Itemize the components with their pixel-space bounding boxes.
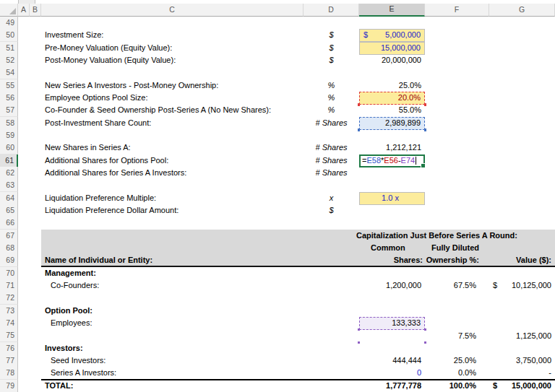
row-header-69[interactable]: 69 bbox=[0, 254, 18, 267]
cell-F71[interactable]: 67.5% bbox=[425, 279, 489, 292]
cell-E79[interactable]: 1,777,778 bbox=[359, 380, 425, 392]
cell-C60[interactable]: New Shares in Series A: bbox=[18, 141, 304, 154]
row-header-49[interactable]: 49 bbox=[0, 17, 18, 30]
row-header-72[interactable]: 72 bbox=[0, 292, 18, 305]
row-header-71[interactable]: 71 bbox=[0, 279, 18, 292]
column-header-G[interactable]: G bbox=[489, 4, 555, 17]
cell-E74-referenced[interactable]: 133,333 bbox=[359, 317, 425, 330]
row-header-65[interactable]: 65 bbox=[0, 204, 18, 217]
ref-corner-handle[interactable] bbox=[358, 129, 360, 131]
cell-C78[interactable]: Series A Investors: bbox=[18, 367, 304, 380]
row-header-63[interactable]: 63 bbox=[0, 179, 18, 192]
column-header-D[interactable]: D bbox=[304, 4, 359, 17]
cell-C65[interactable]: Liquidation Preference Dollar Amount: bbox=[18, 204, 304, 217]
cell-C56[interactable]: Employee Options Pool Size: bbox=[18, 92, 304, 105]
cell-C55[interactable]: New Series A Investors - Post-Money Owne… bbox=[18, 79, 304, 92]
cell-F77[interactable]: 25.0% bbox=[425, 354, 489, 367]
cell-D65[interactable]: $ bbox=[304, 204, 359, 217]
column-header-F[interactable]: F bbox=[425, 4, 489, 17]
cell-C62[interactable]: Additional Shares for Series A Investors… bbox=[18, 167, 304, 180]
cell-C77[interactable]: Seed Investors: bbox=[18, 354, 304, 367]
row-header-61-selected[interactable]: 61 bbox=[0, 154, 18, 167]
cell-E77[interactable]: 444,444 bbox=[359, 354, 425, 367]
cell-C73[interactable]: Option Pool: bbox=[18, 305, 304, 318]
row-header-64[interactable]: 64 bbox=[0, 192, 18, 205]
cell-D62[interactable]: # Shares bbox=[304, 167, 359, 180]
row-header-54[interactable]: 54 bbox=[0, 66, 18, 79]
column-header-E-selected[interactable]: E bbox=[359, 4, 425, 17]
cell-C52[interactable]: Post-Money Valuation (Equity Value): bbox=[18, 54, 304, 67]
row-header-59[interactable]: 59 bbox=[0, 129, 18, 142]
cell-E51-input[interactable]: 15,000,000 bbox=[359, 42, 425, 55]
column-header-C[interactable]: C bbox=[41, 4, 304, 17]
ref-corner-handle[interactable] bbox=[358, 341, 360, 344]
row-header-50[interactable]: 50 bbox=[0, 29, 18, 42]
row-header-52[interactable]: 52 bbox=[0, 54, 18, 67]
cell-C70[interactable]: Management: bbox=[18, 267, 304, 280]
cell-C58[interactable]: Post-Investment Share Count: bbox=[18, 117, 304, 130]
ref-corner-handle[interactable] bbox=[424, 129, 426, 131]
cell-D57[interactable]: % bbox=[304, 104, 359, 117]
row-header-60[interactable]: 60 bbox=[0, 141, 18, 154]
cell-E78[interactable]: 0 bbox=[359, 367, 425, 380]
cell-D56[interactable]: % bbox=[304, 92, 359, 105]
cell-D52[interactable]: $ bbox=[304, 54, 359, 67]
cell-D55[interactable]: % bbox=[304, 79, 359, 92]
fill-handle[interactable] bbox=[421, 163, 426, 168]
row-header-75[interactable]: 75 bbox=[0, 329, 18, 342]
formula-edit-cell-E61[interactable]: =E58*E56-E74 bbox=[359, 154, 425, 167]
cell-G77[interactable]: 3,750,000 bbox=[489, 354, 555, 367]
cell-C64[interactable]: Liquidation Preference Multiple: bbox=[18, 192, 304, 205]
cell-D58[interactable]: # Shares bbox=[304, 117, 359, 130]
cell-E64-input[interactable]: 1.0 x bbox=[359, 192, 425, 205]
row-header-55[interactable]: 55 bbox=[0, 79, 18, 92]
cell-C61[interactable]: Additional Shares for Options Pool: bbox=[18, 154, 304, 167]
cell-D51[interactable]: $ bbox=[304, 42, 359, 55]
cell-E52[interactable]: 20,000,000 bbox=[359, 54, 425, 67]
row-header-77[interactable]: 77 bbox=[0, 354, 18, 367]
column-header-A[interactable]: A bbox=[18, 4, 30, 17]
cell-C76[interactable]: Investors: bbox=[18, 342, 304, 355]
cell-E58-referenced[interactable]: 2,989,899 bbox=[359, 117, 425, 130]
cell-E50-input[interactable]: $ 5,000,000 bbox=[359, 29, 425, 42]
column-header-B[interactable]: B bbox=[30, 4, 41, 17]
cell-G71[interactable]: $ 10,125,000 bbox=[489, 279, 555, 292]
cell-E60[interactable]: 1,212,121 bbox=[359, 141, 425, 154]
cell-C71[interactable]: Co-Founders: bbox=[18, 279, 304, 292]
cell-F78[interactable]: 0.0% bbox=[425, 367, 489, 380]
cell-E57[interactable]: 55.0% bbox=[359, 104, 425, 117]
cell-F79[interactable]: 100.0% bbox=[425, 380, 489, 392]
row-header-51[interactable]: 51 bbox=[0, 42, 18, 55]
cell-C50[interactable]: Investment Size: bbox=[18, 29, 304, 42]
row-header-70[interactable]: 70 bbox=[0, 267, 18, 280]
select-all-corner[interactable] bbox=[0, 4, 18, 17]
row-header-78[interactable]: 78 bbox=[0, 367, 18, 380]
cell-C74[interactable]: Employees: bbox=[18, 317, 304, 330]
row-header-79[interactable]: 79 bbox=[0, 380, 18, 392]
cell-D61[interactable]: # Shares bbox=[304, 154, 359, 167]
row-header-76[interactable]: 76 bbox=[0, 342, 18, 355]
row-header-66[interactable]: 66 bbox=[0, 217, 18, 230]
ref-corner-handle[interactable] bbox=[358, 328, 360, 331]
row-header-73[interactable]: 73 bbox=[0, 305, 18, 318]
cell-D60[interactable]: # Shares bbox=[304, 141, 359, 154]
cell-F74[interactable]: 7.5% bbox=[425, 330, 489, 342]
row-header-56[interactable]: 56 bbox=[0, 92, 18, 105]
cell-D50[interactable]: $ bbox=[304, 29, 359, 42]
cell-G78[interactable]: - bbox=[489, 367, 555, 380]
row-header-74[interactable]: 74 bbox=[0, 317, 18, 330]
cell-C51[interactable]: Pre-Money Valuation (Equity Value): bbox=[18, 42, 304, 55]
row-header-58[interactable]: 58 bbox=[0, 117, 18, 130]
cell-E71[interactable]: 1,200,000 bbox=[359, 279, 425, 292]
cell-C79[interactable]: TOTAL: bbox=[18, 380, 304, 392]
cell-C57[interactable]: Co-Founder & Seed Ownership Post-Series … bbox=[18, 104, 304, 117]
cell-G74[interactable]: 1,125,000 bbox=[489, 330, 555, 342]
cell-E56-referenced[interactable]: 20.0% bbox=[359, 92, 425, 105]
cell-E55[interactable]: 25.0% bbox=[359, 79, 425, 92]
cell-G79[interactable]: $ 15,000,000 bbox=[489, 380, 555, 392]
row-header-57[interactable]: 57 bbox=[0, 104, 18, 117]
row-header-62[interactable]: 62 bbox=[0, 167, 18, 180]
cell-D64[interactable]: x bbox=[304, 192, 359, 205]
row-header-67[interactable]: 67 bbox=[0, 230, 18, 243]
row-header-68[interactable]: 68 bbox=[0, 242, 18, 255]
